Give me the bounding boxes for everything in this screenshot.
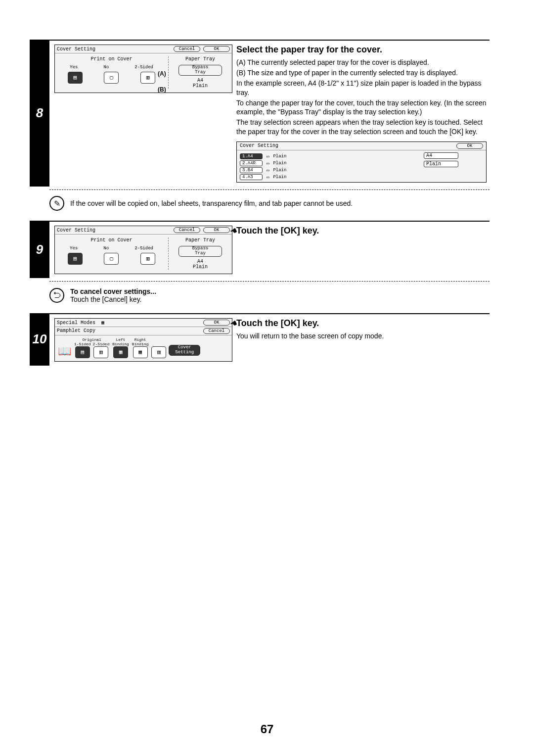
callout-b: (B) [158,86,166,93]
cover-setting-screen: Cover Setting Cancel OK Print on Cover Y… [54,45,232,93]
tray-row-3[interactable]: 3.B4▭ Plain [240,167,424,173]
yes-button[interactable]: ▤ [68,72,83,84]
desc-b: (B) The size and type of paper in the cu… [236,68,487,78]
step-content: Cover Setting Cancel OK ☚ Print on Cover… [49,221,490,278]
cancel-heading: To cancel cover settings... [70,287,156,295]
step-heading: Touch the [OK] key. [236,318,487,329]
two-sided-button[interactable]: ▥ [93,346,108,358]
tray-side-size[interactable]: A4 [424,152,458,159]
no-button[interactable]: ▢ [104,72,119,84]
desc-3: The tray selection screen appears when t… [236,118,487,137]
page-number: 67 [0,722,534,736]
left-binding-button[interactable]: ▦ [113,346,128,358]
right-binding-button[interactable]: ▦ [133,346,148,358]
cover-setting-screen-ok: Cover Setting Cancel OK ☚ Print on Cover… [54,226,232,274]
paper-size-label: A4 [171,78,230,83]
tray-row-2[interactable]: 2.A4R▭ Plain [240,160,424,166]
step-heading: Touch the [OK] key. [236,226,487,236]
tray-selection-screen: Cover Setting OK 1.A4▭ Plain 2.A4R▭ Plai… [236,142,487,183]
step-content: Cover Setting Cancel OK Print on Cover Y… [49,40,490,187]
desc-1: In the example screen, A4 (8-1/2" x 11")… [236,79,487,97]
paper-tray-label: Paper Tray [171,56,230,62]
separator [49,189,490,190]
tray-row-4[interactable]: 4.A3▭ Plain [240,174,424,180]
step-9: 9 Cover Setting Cancel OK ☚ Print on Co [30,221,490,278]
yes-label: Yes [70,65,78,70]
no-button[interactable]: ▢ [104,253,119,265]
tray-side-type[interactable]: Plain [424,161,458,167]
tray-title: Cover Setting [240,143,278,149]
paper-type-label: Plain [171,83,230,89]
one-sided-button[interactable]: ▤ [75,346,90,358]
tray-ok-button[interactable]: OK [456,143,483,149]
step-number: 8 [30,40,49,187]
two-sided-button[interactable]: ▥ [140,72,155,84]
step-10: 10 Special Modes ▦ OK ☚ Pamphlet Copy Ca… [30,313,490,366]
cover-setting-button[interactable]: Cover Setting [169,345,200,356]
callout-a: (A) [158,70,166,77]
step-number: 10 [30,313,49,366]
step-content: Special Modes ▦ OK ☚ Pamphlet Copy Cance… [49,313,490,366]
ok-button[interactable]: OK [203,320,230,326]
step-text: You will return to the base screen of co… [236,331,487,341]
lcd-title: Cover Setting [57,228,95,233]
separator [49,281,490,282]
ok-button[interactable]: OK [203,46,230,52]
step-number: 9 [30,221,49,278]
desc-a: (A) The currently selected paper tray fo… [236,58,487,67]
desc-2: To change the paper tray for the cover, … [236,98,487,117]
cancel-text: Touch the [Cancel] key. [70,295,141,303]
cancel-note-row: ⮌ To cancel cover settings... Touch the … [30,284,490,305]
no-label: No [103,65,109,70]
yes-button[interactable]: ▤ [68,253,83,265]
bypass-tray-button[interactable]: Bypass Tray [178,246,222,257]
pencil-note-icon: ✎ [49,196,64,211]
bypass-tray-button[interactable]: Bypass Tray [178,65,222,76]
step-8: 8 Cover Setting Cancel OK Print on Cover [30,40,490,187]
print-on-cover-label: Print on Cover [57,56,166,62]
back-arrow-icon: ⮌ [49,288,64,303]
note-row: ✎ If the cover will be copied on, label … [30,193,490,213]
tray-row-1[interactable]: 1.A4▭ Plain [240,153,424,159]
special-modes-screen: Special Modes ▦ OK ☚ Pamphlet Copy Cance… [54,318,232,362]
step-heading: Select the paper tray for the cover. [236,45,487,55]
cancel-button[interactable]: Cancel [203,328,230,334]
note-text: If the cover will be copied on, label sh… [70,199,353,207]
ok-button[interactable]: OK [203,227,230,233]
cancel-button[interactable]: Cancel [174,227,200,233]
two-sided-label: 2-Sided [134,65,153,70]
lcd-title: Cover Setting [57,47,95,52]
tray-icon: ▥ [151,346,166,358]
cancel-button[interactable]: Cancel [174,46,200,52]
two-sided-button[interactable]: ▥ [140,253,155,265]
pamphlet-illustration-icon: 📖 [58,345,71,358]
